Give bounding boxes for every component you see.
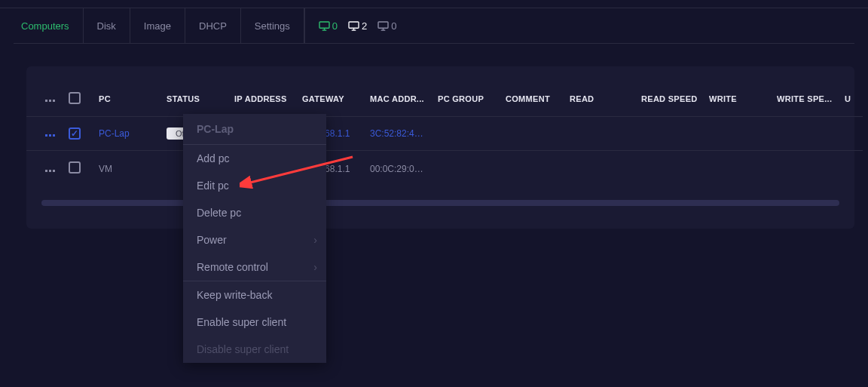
top-tabs: Computers Disk Image DHCP Settings 0 2 0 (0, 8, 868, 43)
computers-panel: PC STATUS IP ADDRESS GATEWAY MAC ADDR...… (26, 66, 854, 229)
col-write-speed[interactable]: WRITE SPE... (772, 81, 840, 117)
col-group[interactable]: PC GROUP (433, 81, 501, 117)
tab-computers[interactable]: Computers (21, 8, 84, 43)
context-menu-title: PC-Lap (183, 114, 326, 145)
col-pc[interactable]: PC (94, 81, 162, 117)
svg-rect-0 (319, 21, 329, 27)
cell-pc: VM (94, 151, 162, 187)
monitor-offline-count: 0 (391, 20, 396, 32)
table-header-row: PC STATUS IP ADDRESS GATEWAY MAC ADDR...… (26, 81, 863, 117)
col-comment[interactable]: COMMENT (501, 81, 565, 117)
row-checkbox[interactable] (69, 127, 81, 140)
ctx-edit-pc[interactable]: Edit pc (183, 172, 326, 199)
table-row[interactable]: VM 192.168.1.1 00:0C:29:0E:... (26, 151, 863, 187)
ctx-keep-writeback[interactable]: Keep write-back (183, 281, 326, 309)
monitor-online-count: 0 (332, 20, 338, 32)
col-u[interactable]: U (840, 81, 863, 117)
col-read[interactable]: READ (565, 81, 637, 117)
col-ip[interactable]: IP ADDRESS (230, 81, 298, 117)
tab-image[interactable]: Image (130, 8, 185, 43)
ctx-delete-pc[interactable]: Delete pc (183, 199, 326, 226)
col-status[interactable]: STATUS (162, 81, 230, 117)
select-all-checkbox[interactable] (69, 92, 81, 104)
ctx-disable-super[interactable]: Disable super client (183, 336, 326, 363)
monitor-counts: 0 2 0 (304, 8, 397, 43)
col-read-speed[interactable]: READ SPEED (637, 81, 704, 117)
col-mac[interactable]: MAC ADDR... (365, 81, 433, 117)
monitor-icon (348, 21, 359, 31)
context-menu: PC-Lap Add pc Edit pc Delete pc Power› R… (183, 114, 326, 363)
ctx-power[interactable]: Power› (183, 226, 326, 253)
tab-settings[interactable]: Settings (241, 8, 304, 43)
col-write[interactable]: WRITE (704, 81, 772, 117)
header-menu-icon[interactable] (45, 100, 55, 102)
row-menu-icon[interactable] (45, 170, 55, 172)
chevron-right-icon: › (313, 234, 317, 246)
row-checkbox[interactable] (69, 161, 81, 174)
ctx-remote-control[interactable]: Remote control› (183, 253, 326, 281)
monitor-icon (377, 21, 389, 31)
svg-rect-6 (378, 21, 388, 27)
monitor-offline[interactable]: 0 (377, 20, 396, 32)
monitor-icon (319, 21, 330, 31)
computers-table: PC STATUS IP ADDRESS GATEWAY MAC ADDR...… (26, 81, 863, 186)
chevron-right-icon: › (313, 261, 317, 273)
tab-dhcp[interactable]: DHCP (185, 8, 241, 43)
cell-mac: 00:0C:29:0E:... (365, 151, 433, 187)
cell-pc: PC-Lap (94, 117, 162, 151)
ctx-add-pc[interactable]: Add pc (183, 145, 326, 172)
tab-disk[interactable]: Disk (84, 8, 130, 43)
cell-mac: 3C:52:82:4B:... (365, 117, 433, 151)
ctx-enable-super[interactable]: Enable super client (183, 309, 326, 336)
svg-rect-3 (349, 21, 359, 27)
monitor-online[interactable]: 0 (319, 20, 338, 32)
monitor-total-count: 2 (362, 20, 367, 32)
table-row[interactable]: PC-Lap Offline 192.168.1.102 192.168.1.1… (26, 117, 863, 151)
horizontal-scrollbar[interactable] (41, 200, 839, 206)
monitor-total[interactable]: 2 (348, 20, 367, 32)
col-gateway[interactable]: GATEWAY (298, 81, 365, 117)
row-menu-icon[interactable] (45, 134, 55, 137)
